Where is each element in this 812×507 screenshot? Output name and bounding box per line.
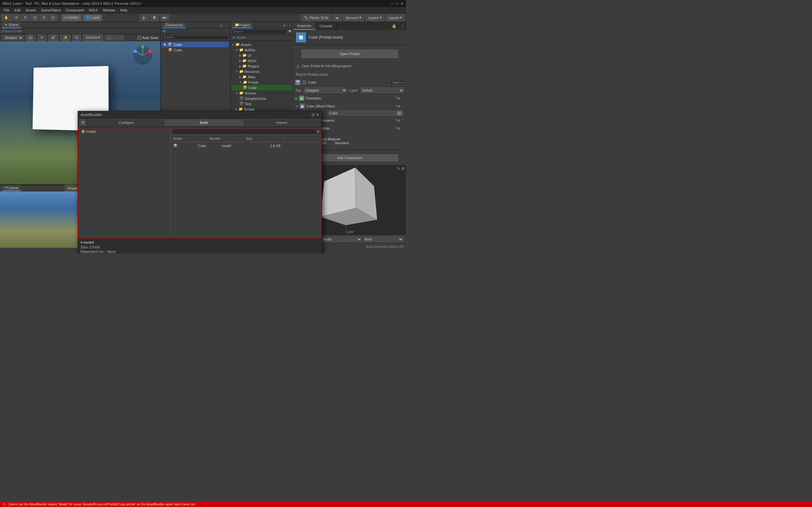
- audio-toggle[interactable]: 🔊: [48, 34, 58, 41]
- proj-assets[interactable]: ▼ 📁 Assets: [232, 42, 292, 47]
- menu-assets[interactable]: Assets: [23, 7, 39, 13]
- rect-tool[interactable]: ⊡: [40, 14, 48, 21]
- move-tool[interactable]: ✛: [12, 14, 20, 21]
- transform-menu[interactable]: ⋮: [401, 97, 404, 100]
- fx-toggle[interactable]: ✨: [60, 34, 70, 41]
- shading-mode-select[interactable]: Shaded: [2, 35, 23, 41]
- transform-settings[interactable]: ⚙: [397, 97, 400, 100]
- project-add-btn[interactable]: +: [283, 23, 286, 28]
- cube-active-checkbox[interactable]: ✓: [302, 80, 306, 84]
- breadcrumb-cube[interactable]: Cube: [14, 30, 22, 33]
- layers-btn[interactable]: Layers ▾: [365, 14, 385, 21]
- menu-edit[interactable]: Edit: [12, 7, 23, 13]
- hand-tool[interactable]: ✋: [1, 14, 11, 21]
- lighting-toggle[interactable]: ☀: [38, 34, 46, 41]
- pause-btn[interactable]: ⏸: [150, 14, 159, 21]
- transform-all-tool[interactable]: ⊡: [49, 14, 57, 21]
- menu-file[interactable]: File: [1, 7, 12, 13]
- project-options[interactable]: ⋮: [288, 23, 292, 27]
- play-btn[interactable]: ▶: [140, 14, 149, 21]
- ab-close[interactable]: ✕: [316, 113, 319, 117]
- assetbundle-variant-select[interactable]: None: [363, 236, 404, 242]
- layout-btn[interactable]: Layout ▾: [386, 14, 405, 21]
- rotate-tool[interactable]: ↻: [21, 14, 30, 21]
- menu-window[interactable]: Window: [100, 7, 118, 13]
- preview-settings-icon[interactable]: ⚙: [401, 166, 405, 171]
- account-btn[interactable]: Account ▾: [343, 14, 364, 21]
- mf-menu[interactable]: ⋮: [401, 105, 404, 108]
- scene-search[interactable]: [105, 35, 124, 41]
- inspector-lock[interactable]: 🔒: [389, 22, 399, 30]
- hierarchy-options[interactable]: ⋮: [225, 23, 228, 27]
- mf-settings[interactable]: ⚙: [397, 105, 400, 108]
- global-local-btn[interactable]: 🌐 Local: [83, 14, 102, 21]
- assetbundle-select[interactable]: model: [321, 236, 362, 242]
- proj-ngui[interactable]: ▶ 📁 NGUI: [232, 58, 292, 63]
- hierarchy-search[interactable]: [162, 35, 229, 40]
- window-controls[interactable]: ─ □ ✕: [391, 2, 403, 6]
- minimize-btn[interactable]: ─: [391, 2, 394, 6]
- layer-select[interactable]: Default: [361, 88, 404, 93]
- ab-bundle-item-model[interactable]: 📦 model: [80, 129, 169, 134]
- proj-plugins[interactable]: ▶ 📁 Plugins: [232, 63, 292, 69]
- tab-console[interactable]: Console: [316, 22, 336, 30]
- maximize-btn[interactable]: □: [396, 2, 398, 6]
- mesh-filter-header[interactable]: ▼ ▦ Cube (Mesh Filter) ? ⚙ ⋮: [293, 102, 406, 110]
- table-row[interactable]: 📦 Cube model 2.6 KB: [171, 142, 321, 149]
- proj-test[interactable]: 🎬 Test: [232, 101, 292, 107]
- plastic-scm-btn[interactable]: 🔧 Plastic SCM: [301, 14, 331, 21]
- proj-resource[interactable]: ▼ 📁 Resource: [232, 69, 292, 74]
- pivot-center-btn[interactable]: ⊙ Center: [61, 14, 82, 21]
- ab-tab-inspect[interactable]: Inspect: [243, 119, 320, 126]
- transform-help[interactable]: ?: [395, 97, 397, 100]
- scale-tool[interactable]: ⊡: [31, 14, 39, 21]
- breadcrumb-assets[interactable]: Assets: [236, 36, 246, 39]
- tab-scene[interactable]: ☀ Scene: [2, 22, 21, 28]
- tag-select[interactable]: Untagged: [304, 88, 347, 93]
- tab-inspector[interactable]: Inspector: [293, 22, 316, 30]
- breadcrumb-scenes[interactable]: Scenes: [2, 30, 12, 33]
- ab-maximize[interactable]: ⊡: [311, 113, 314, 117]
- menu-component[interactable]: Component: [63, 7, 86, 13]
- scene-view-options[interactable]: ⊡: [72, 34, 81, 41]
- ab-close-search[interactable]: ✕: [316, 129, 320, 134]
- proj-prefab[interactable]: ▼ 📁 Prefab: [232, 79, 292, 85]
- menu-gameobject[interactable]: GameObject: [39, 7, 63, 13]
- cloud-icon-btn[interactable]: ☁: [333, 14, 342, 21]
- project-search-icon[interactable]: 🔍: [288, 30, 292, 33]
- hierarchy-breadcrumb[interactable]: All: [160, 29, 230, 34]
- 2d-toggle[interactable]: 2D: [26, 34, 36, 41]
- menu-ngui[interactable]: NGUI: [86, 7, 100, 13]
- proj-atlas[interactable]: ▶ 📁 Atlas: [232, 74, 292, 79]
- bc-menu[interactable]: ⋮: [401, 127, 404, 130]
- bc-help[interactable]: ?: [395, 127, 397, 130]
- tab-game[interactable]: 🎮 Game: [2, 185, 21, 191]
- tab-hierarchy[interactable]: ☰ Hierarchy: [162, 22, 186, 28]
- hier-item-cube-child[interactable]: 📦 Cube: [162, 47, 229, 53]
- proj-samplescene[interactable]: 🎬 SampleScene: [232, 96, 292, 101]
- hierarchy-add-btn[interactable]: +: [220, 23, 222, 28]
- inspector-options[interactable]: ⋮: [399, 22, 406, 30]
- proj-cube[interactable]: 📦 Cube: [232, 85, 292, 90]
- mf-help[interactable]: ?: [395, 105, 397, 108]
- open-prefab-btn[interactable]: Open Prefab: [301, 50, 398, 58]
- bc-settings[interactable]: ⚙: [397, 127, 400, 130]
- step-btn[interactable]: ⏭: [160, 14, 169, 21]
- preview-rotate-icon[interactable]: ↻: [397, 166, 400, 171]
- proj-ui[interactable]: ▶ 📁 UI: [232, 53, 292, 58]
- ab-refresh-btn[interactable]: ↺: [79, 119, 86, 126]
- proj-artres[interactable]: ▼ 📁 ArtRes: [232, 47, 292, 53]
- mr-settings[interactable]: ⚙: [397, 119, 400, 122]
- mesh-select-btn[interactable]: ⊙: [397, 111, 402, 116]
- project-search[interactable]: [232, 29, 287, 34]
- transform-header[interactable]: ▶ ⊞ Transform ? ⚙ ⋮: [293, 95, 406, 102]
- hier-item-cube-parent[interactable]: ▼ 📦 Cube: [162, 42, 229, 47]
- mr-menu[interactable]: ⋮: [401, 119, 404, 122]
- mr-help[interactable]: ?: [395, 119, 397, 122]
- close-btn[interactable]: ✕: [401, 2, 403, 6]
- menu-help[interactable]: Help: [118, 7, 130, 13]
- gizmos-btn[interactable]: Gizmos ▾: [83, 34, 103, 41]
- auto-save-toggle[interactable]: ✓ Auto Save: [137, 36, 158, 40]
- ab-tab-build[interactable]: Build: [165, 119, 243, 126]
- proj-scenes[interactable]: ▼ 📁 Scenes: [232, 90, 292, 96]
